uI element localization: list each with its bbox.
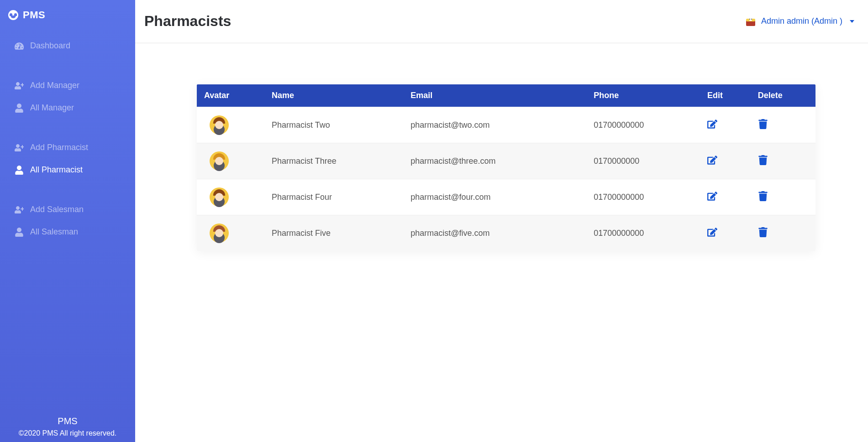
svg-point-3	[749, 19, 750, 20]
cell-email: pharmacist@four.com	[405, 179, 588, 215]
edit-button[interactable]	[707, 191, 717, 201]
sidebar-item-add-manager[interactable]: Add Manager	[0, 74, 135, 97]
delete-button[interactable]	[758, 227, 768, 237]
sidebar: PMS DashboardAdd ManagerAll ManagerAdd P…	[0, 0, 135, 442]
column-header-phone: Phone	[588, 84, 702, 107]
avatar	[210, 224, 229, 243]
sidebar-item-label: Dashboard	[30, 41, 70, 51]
sidebar-item-label: All Manager	[30, 103, 74, 113]
sidebar-item-label: Add Salesman	[30, 205, 84, 214]
sidebar-item-label: All Salesman	[30, 227, 78, 237]
user-icon	[15, 166, 24, 175]
sidebar-footer: PMS ©2020 PMS All right reserved.	[0, 416, 135, 442]
table-row: Pharmacist Fivepharmacist@five.com017000…	[197, 215, 815, 251]
brand-icon	[8, 10, 18, 20]
sidebar-item-add-pharmacist[interactable]: Add Pharmacist	[0, 136, 135, 159]
user-menu[interactable]: Admin admin (Admin )	[745, 16, 854, 27]
footer-brand: PMS	[0, 416, 135, 426]
footer-copy: ©2020 PMS All right reserved.	[0, 429, 135, 437]
user-plus-icon	[15, 143, 24, 152]
sidebar-item-label: Add Pharmacist	[30, 143, 88, 152]
sidebar-nav: DashboardAdd ManagerAll ManagerAdd Pharm…	[0, 35, 135, 260]
cell-phone: 01700000000	[588, 215, 702, 251]
edit-button[interactable]	[707, 155, 717, 165]
table-row: Pharmacist Fourpharmacist@four.com017000…	[197, 179, 815, 215]
main: Pharmacists Admin admin (Admin ) AvatarN…	[135, 0, 868, 442]
sidebar-item-label: All Pharmacist	[30, 165, 83, 175]
edit-button[interactable]	[707, 119, 717, 129]
user-icon	[15, 104, 24, 113]
delete-button[interactable]	[758, 191, 768, 201]
brand[interactable]: PMS	[0, 0, 135, 35]
sidebar-item-all-salesman[interactable]: All Salesman	[0, 221, 135, 243]
cell-phone: 01700000000	[588, 107, 702, 143]
cell-phone: 0170000000	[588, 143, 702, 179]
brand-text: PMS	[23, 9, 45, 21]
column-header-edit: Edit	[702, 84, 752, 107]
user-plus-icon	[15, 205, 24, 214]
user-icon	[15, 228, 24, 237]
column-header-delete: Delete	[752, 84, 815, 107]
cell-email: pharmacist@five.com	[405, 215, 588, 251]
cell-phone: 01700000000	[588, 179, 702, 215]
cell-name: Pharmacist Four	[266, 179, 405, 215]
svg-point-2	[749, 18, 752, 21]
column-header-name: Name	[266, 84, 405, 107]
cell-name: Pharmacist Three	[266, 143, 405, 179]
topbar: Pharmacists Admin admin (Admin )	[135, 0, 868, 42]
cell-email: pharmacist@three.com	[405, 143, 588, 179]
page-title: Pharmacists	[144, 13, 231, 30]
svg-point-4	[751, 19, 752, 20]
sidebar-item-label: Add Manager	[30, 81, 79, 90]
sidebar-item-all-pharmacist[interactable]: All Pharmacist	[0, 159, 135, 181]
cell-email: pharmacist@two.com	[405, 107, 588, 143]
avatar	[210, 187, 229, 207]
cell-name: Pharmacist Two	[266, 107, 405, 143]
column-header-email: Email	[405, 84, 588, 107]
content: AvatarNameEmailPhoneEditDelete Pharmacis…	[135, 44, 868, 442]
sidebar-item-dashboard[interactable]: Dashboard	[0, 35, 135, 57]
sidebar-item-all-manager[interactable]: All Manager	[0, 97, 135, 119]
table-row: Pharmacist Twopharmacist@two.com01700000…	[197, 107, 815, 143]
pharmacists-table: AvatarNameEmailPhoneEditDelete Pharmacis…	[197, 84, 815, 251]
avatar	[210, 115, 229, 135]
gauge-icon	[15, 42, 24, 51]
edit-button[interactable]	[707, 227, 717, 237]
pharmacists-table-card: AvatarNameEmailPhoneEditDelete Pharmacis…	[197, 84, 815, 251]
avatar	[210, 151, 229, 171]
user-label: Admin admin (Admin )	[761, 16, 842, 26]
chevron-down-icon	[850, 20, 854, 23]
user-avatar-icon	[745, 16, 757, 27]
column-header-avatar: Avatar	[197, 84, 266, 107]
cell-name: Pharmacist Five	[266, 215, 405, 251]
delete-button[interactable]	[758, 155, 768, 165]
user-plus-icon	[15, 81, 24, 90]
table-row: Pharmacist Threepharmacist@three.com0170…	[197, 143, 815, 179]
delete-button[interactable]	[758, 119, 768, 129]
sidebar-item-add-salesman[interactable]: Add Salesman	[0, 198, 135, 221]
